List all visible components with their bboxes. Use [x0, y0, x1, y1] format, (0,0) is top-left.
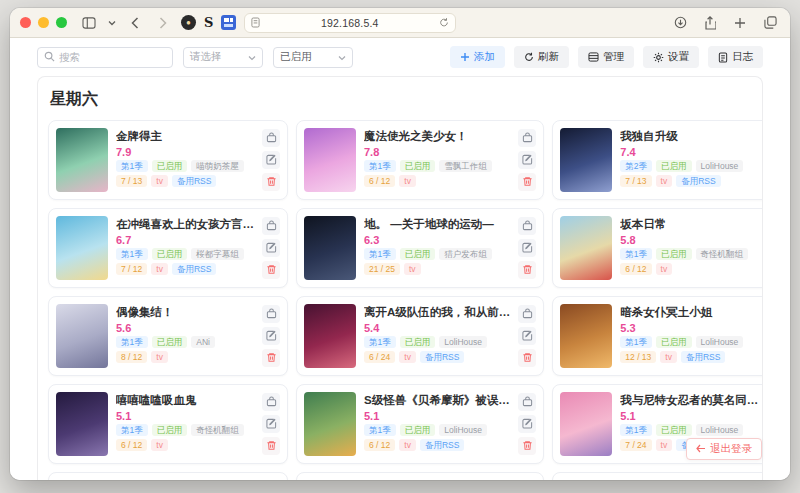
trash-icon — [266, 263, 277, 278]
poster-image — [560, 128, 612, 192]
status-tag: 已启用 — [400, 336, 436, 348]
archive-button[interactable] — [262, 305, 280, 323]
bangumi-card[interactable]: 嘻嘻嗑嗑吸血鬼 5.1 第1季 已启用 奇怪机翻组 6 / 12 tv — [48, 384, 288, 464]
tab-overview-icon[interactable] — [760, 13, 780, 33]
archive-button[interactable] — [518, 217, 536, 235]
dark-extension-icon[interactable]: ● — [181, 15, 196, 30]
archive-button[interactable] — [262, 129, 280, 147]
edit-icon — [266, 329, 277, 344]
minimize-window-button[interactable] — [38, 17, 49, 28]
chevron-down-icon — [248, 51, 256, 63]
trash-icon — [522, 351, 533, 366]
sidebar-toggle-icon[interactable] — [79, 13, 99, 33]
edit-button[interactable] — [518, 239, 536, 257]
card-actions — [262, 128, 280, 192]
edit-icon — [266, 241, 277, 256]
url-text: 192.168.5.4 — [260, 17, 439, 29]
bangumi-info: 地。 —关于地球的运动— 6.3 第1季 已启用 猎户发布组 21 / 25 t… — [364, 216, 510, 280]
backup-rss-tag: 备用RSS — [172, 263, 216, 275]
manage-button[interactable]: 管理 — [578, 46, 634, 68]
delete-button[interactable] — [518, 173, 536, 191]
tag-row-primary: 第1季 已启用 LoliHouse — [620, 336, 758, 348]
address-bar[interactable]: 192.168.5.4 — [244, 13, 456, 33]
delete-button[interactable] — [262, 437, 280, 455]
status-tag: 已启用 — [656, 248, 692, 260]
delete-button[interactable] — [518, 261, 536, 279]
s-extension-icon[interactable]: S — [204, 15, 213, 30]
manage-button-label: 管理 — [603, 50, 624, 64]
add-button[interactable]: 添加 — [450, 46, 505, 68]
edit-icon — [522, 329, 533, 344]
edit-button[interactable] — [262, 239, 280, 257]
delete-button[interactable] — [262, 173, 280, 191]
delete-button[interactable] — [262, 261, 280, 279]
archive-button[interactable] — [262, 393, 280, 411]
status-select[interactable]: 已启用 — [273, 47, 353, 68]
refresh-button[interactable]: 刷新 — [514, 46, 569, 68]
archive-button[interactable] — [262, 217, 280, 235]
status-tag: 已启用 — [656, 424, 692, 436]
edit-button[interactable] — [262, 151, 280, 169]
status-tag: 已启用 — [152, 424, 188, 436]
type-tag: tv — [399, 175, 416, 187]
sidebar-chevron-icon[interactable] — [107, 13, 117, 33]
blue-grid-extension-icon[interactable] — [221, 15, 236, 30]
safari-window: ● S 192.168.5.4 — [10, 8, 790, 480]
zoom-window-button[interactable] — [56, 17, 67, 28]
bangumi-card[interactable]: 金牌得主 7.9 第1季 已启用 喵萌奶茶屋 7 / 13 tv 备用RSS — [48, 120, 288, 200]
delete-button[interactable] — [518, 437, 536, 455]
bangumi-info: 在冲绳喜欢上的女孩方言… 6.7 第1季 已启用 桜都字幕组 7 / 12 tv… — [116, 216, 254, 280]
edit-icon — [522, 241, 533, 256]
logs-button[interactable]: 日志 — [708, 46, 763, 68]
type-tag: tv — [151, 263, 168, 275]
archive-icon — [522, 395, 533, 410]
search-input[interactable] — [37, 47, 173, 68]
bangumi-card[interactable]: 魔法使光之美少女！ 7.8 第1季 已启用 雪飘工作组 6 / 12 tv — [296, 120, 544, 200]
group-tag: 奇怪机翻组 — [191, 424, 244, 436]
archive-button[interactable] — [518, 393, 536, 411]
bangumi-card[interactable]: 坂本日常 5.8 第1季 已启用 奇怪机翻组 6 / 12 tv — [552, 208, 763, 288]
season-tag: 第1季 — [116, 160, 148, 172]
bangumi-card[interactable]: 偶像集结！ 5.6 第1季 已启用 ANi 8 / 12 tv — [48, 296, 288, 376]
back-icon[interactable] — [125, 13, 145, 33]
logout-button[interactable]: 退出登录 — [686, 438, 762, 460]
archive-button[interactable] — [518, 305, 536, 323]
logs-button-label: 日志 — [732, 50, 753, 64]
downloads-icon[interactable] — [670, 13, 690, 33]
desktop-background: ● S 192.168.5.4 — [0, 0, 800, 493]
bangumi-title: 坂本日常 — [620, 217, 758, 232]
edit-button[interactable] — [262, 415, 280, 433]
bangumi-card[interactable]: 我独自升级 7.4 第2季 已启用 LoliHouse 7 / 13 tv 备用… — [552, 120, 763, 200]
status-tag: 已启用 — [400, 424, 436, 436]
edit-button[interactable] — [262, 327, 280, 345]
group-tag: LoliHouse — [696, 336, 744, 348]
bangumi-card[interactable]: S级怪兽《贝希摩斯》被误… 5.1 第1季 已启用 LoliHouse 6 / … — [296, 384, 544, 464]
card-actions — [518, 392, 536, 456]
settings-button[interactable]: 设置 — [643, 46, 699, 68]
tag-row-secondary: 7 / 13 tv 备用RSS — [620, 175, 758, 187]
delete-button[interactable] — [262, 349, 280, 367]
bangumi-card[interactable]: 地。 —关于地球的运动— 6.3 第1季 已启用 猎户发布组 21 / 25 t… — [296, 208, 544, 288]
archive-button[interactable] — [518, 129, 536, 147]
bangumi-card[interactable] — [48, 472, 288, 480]
poster-image — [560, 392, 612, 456]
close-window-button[interactable] — [20, 17, 31, 28]
bangumi-card[interactable] — [296, 472, 544, 480]
bangumi-score: 5.1 — [364, 411, 510, 421]
share-icon[interactable] — [700, 13, 720, 33]
archive-icon — [522, 131, 533, 146]
gear-icon — [653, 52, 664, 63]
bangumi-card[interactable]: 在冲绳喜欢上的女孩方言… 6.7 第1季 已启用 桜都字幕组 7 / 12 tv… — [48, 208, 288, 288]
edit-button[interactable] — [518, 415, 536, 433]
bangumi-card[interactable]: 离开A级队伍的我，和从前… 5.4 第1季 已启用 LoliHouse 6 / … — [296, 296, 544, 376]
edit-button[interactable] — [518, 151, 536, 169]
delete-button[interactable] — [518, 349, 536, 367]
category-select[interactable]: 请选择 — [183, 47, 263, 68]
search-field[interactable] — [59, 51, 166, 63]
new-tab-icon[interactable] — [730, 13, 750, 33]
reload-icon[interactable] — [439, 14, 449, 32]
forward-icon[interactable] — [153, 13, 173, 33]
bangumi-card[interactable] — [552, 472, 763, 480]
edit-button[interactable] — [518, 327, 536, 345]
bangumi-card[interactable]: 暗杀女仆冥土小姐 5.3 第1季 已启用 LoliHouse 12 / 13 t… — [552, 296, 763, 376]
